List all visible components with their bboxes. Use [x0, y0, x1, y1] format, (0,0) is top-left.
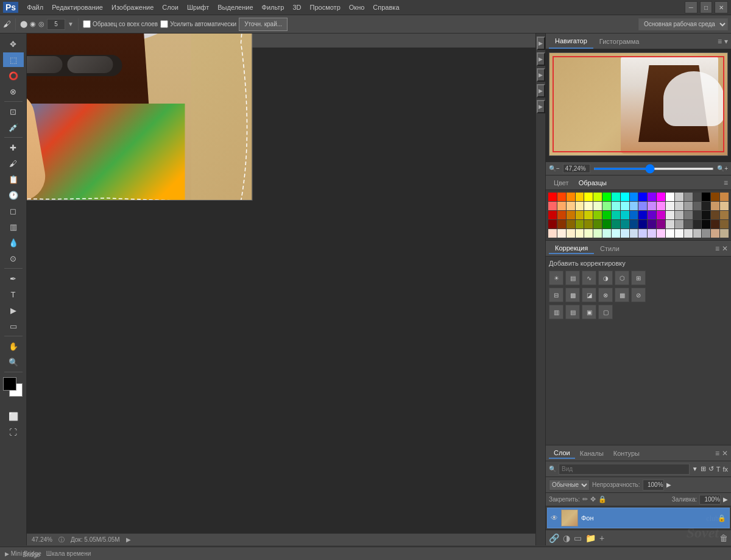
menu-layers[interactable]: Слои: [158, 2, 182, 12]
swatch-color[interactable]: [648, 202, 656, 210]
swatch-color[interactable]: [576, 229, 584, 238]
swatch-color[interactable]: [711, 193, 719, 201]
swatch-color[interactable]: [675, 202, 683, 210]
swatch-color[interactable]: [612, 211, 620, 219]
swatch-color[interactable]: [557, 202, 566, 210]
enhance-auto-checkbox[interactable]: [160, 20, 168, 28]
bw-icon[interactable]: ▩: [565, 288, 580, 302]
swatch-color[interactable]: [548, 211, 557, 219]
brush-preset2-icon[interactable]: ◉: [30, 20, 36, 28]
selection-tool-btn[interactable]: ⬚: [3, 52, 24, 67]
close-btn[interactable]: ✕: [715, 1, 728, 13]
tab-swatches[interactable]: Образцы: [574, 178, 612, 188]
swatch-color[interactable]: [630, 220, 638, 229]
add-mask-icon[interactable]: ▭: [574, 533, 582, 543]
swatch-color[interactable]: [593, 220, 602, 229]
swatch-color[interactable]: [576, 211, 584, 219]
swatch-color[interactable]: [567, 229, 575, 238]
menu-font[interactable]: Шрифт: [183, 2, 213, 12]
swatch-color[interactable]: [711, 229, 719, 238]
swatch-color[interactable]: [638, 193, 647, 201]
swatch-color[interactable]: [584, 220, 593, 229]
add-folder-icon[interactable]: 📁: [585, 533, 596, 543]
maximize-btn[interactable]: □: [700, 1, 712, 13]
threshold-icon[interactable]: ▤: [565, 305, 580, 319]
collapse-btn-3[interactable]: ▶: [537, 68, 545, 82]
eyedropper-btn[interactable]: 💉: [3, 120, 24, 135]
swatch-color[interactable]: [548, 202, 557, 210]
move-tool-btn[interactable]: ✥: [3, 37, 24, 51]
swatch-color[interactable]: [557, 229, 566, 238]
brush-preset3-icon[interactable]: ◎: [38, 20, 44, 28]
swatch-color[interactable]: [702, 193, 710, 201]
swatch-color[interactable]: [638, 220, 647, 229]
swatch-color[interactable]: [576, 202, 584, 210]
swatch-color[interactable]: [630, 202, 638, 210]
swatch-color[interactable]: [621, 211, 629, 219]
collapse-btn-1[interactable]: ▶: [537, 37, 545, 50]
swatch-color[interactable]: [602, 202, 611, 210]
add-adjustment-icon[interactable]: ◑: [563, 533, 570, 543]
hsl-icon[interactable]: ⊞: [631, 271, 646, 285]
layers-panel-close[interactable]: ✕: [722, 449, 728, 458]
tab-correction[interactable]: Коррекция: [549, 243, 594, 254]
menu-window[interactable]: Окно: [345, 2, 369, 12]
crop-tool-btn[interactable]: ⊡: [3, 104, 24, 119]
workspace-select[interactable]: Основная рабочая среда: [638, 18, 728, 30]
swatch-color[interactable]: [693, 220, 702, 229]
swatch-color[interactable]: [720, 220, 729, 229]
history-btn[interactable]: 🕐: [3, 188, 24, 202]
swatch-color[interactable]: [630, 229, 638, 238]
swatch-color[interactable]: [602, 220, 611, 229]
swatch-color[interactable]: [602, 193, 611, 201]
color-balance-icon[interactable]: ⊟: [549, 288, 563, 302]
swatch-color[interactable]: [657, 193, 665, 201]
swatch-color[interactable]: [593, 202, 602, 210]
dodge-btn[interactable]: ⊙: [3, 251, 24, 266]
screen-mode-btn[interactable]: ⬜: [3, 409, 24, 424]
correction-panel-close[interactable]: ✕: [722, 244, 728, 253]
swatch-color[interactable]: [693, 229, 702, 238]
healing-btn[interactable]: ✚: [3, 140, 24, 155]
swatch-color[interactable]: [684, 229, 693, 238]
foreground-color-box[interactable]: [3, 377, 16, 391]
fill-input[interactable]: [699, 495, 721, 505]
zoom-btn[interactable]: 🔍: [3, 355, 24, 369]
swatch-color[interactable]: [693, 202, 702, 210]
menu-view[interactable]: Просмотр: [306, 2, 344, 12]
tab-histogram[interactable]: Гистограмма: [593, 34, 646, 49]
menu-help[interactable]: Справка: [369, 2, 403, 12]
zoom-in-icon[interactable]: 🔍+: [717, 165, 728, 172]
tab-layers[interactable]: Слои: [549, 448, 575, 459]
menu-image[interactable]: Изображение: [108, 2, 157, 12]
correction-panel-menu[interactable]: ≡: [715, 244, 719, 253]
swatch-color[interactable]: [593, 229, 602, 238]
swatch-color[interactable]: [593, 211, 602, 219]
lock-position-icon[interactable]: ✥: [590, 495, 596, 503]
collapse-btn-4[interactable]: ▶: [537, 84, 545, 97]
opacity-input[interactable]: [643, 480, 664, 491]
swatch-color[interactable]: [720, 211, 729, 219]
swatch-color[interactable]: [675, 229, 683, 238]
canvas-area[interactable]: фото.jpg @ 47,2% (RGB/8#) × Уточнить кра…: [27, 34, 535, 545]
stamp-btn[interactable]: 📋: [3, 172, 24, 186]
layer-item-bg[interactable]: 👁 Фон 🔒: [547, 508, 730, 528]
delete-layer-icon[interactable]: 🗑: [719, 533, 728, 543]
swatch-color[interactable]: [657, 229, 665, 238]
curves-icon[interactable]: ∿: [582, 271, 596, 285]
zoom-slider[interactable]: [593, 168, 714, 170]
swatch-color[interactable]: [612, 193, 620, 201]
swatch-color[interactable]: [702, 202, 710, 210]
type-btn[interactable]: T: [3, 287, 24, 302]
zoom-value-input[interactable]: [563, 164, 590, 173]
swatch-color[interactable]: [612, 229, 620, 238]
brightness-icon[interactable]: ☀: [549, 271, 563, 285]
swatch-color[interactable]: [711, 220, 719, 229]
hand-btn[interactable]: ✋: [3, 339, 24, 353]
swatch-color[interactable]: [630, 193, 638, 201]
swatch-color[interactable]: [648, 193, 656, 201]
swatch-color[interactable]: [548, 193, 557, 201]
sample-all-checkbox[interactable]: [83, 20, 91, 28]
swatch-color[interactable]: [666, 229, 674, 238]
swatch-color[interactable]: [684, 193, 693, 201]
